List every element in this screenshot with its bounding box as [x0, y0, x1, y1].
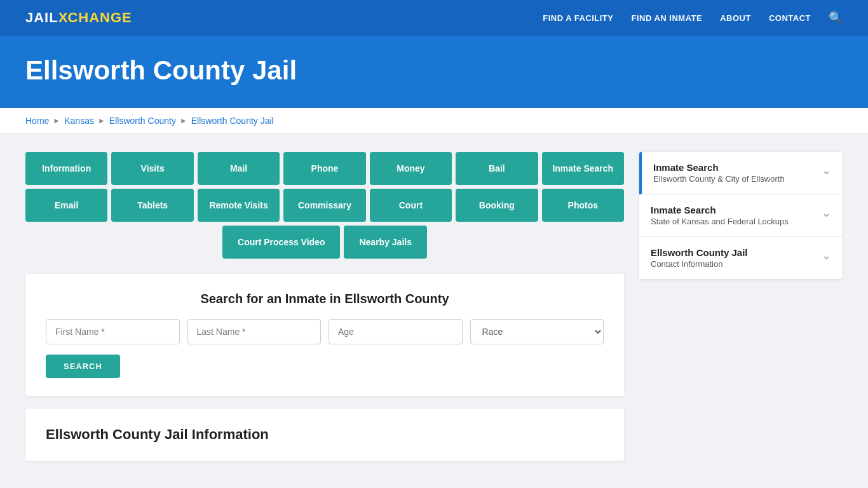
navbar-links: FIND A FACILITY FIND AN INMATE ABOUT CON… [543, 11, 843, 25]
search-icon[interactable]: 🔍 [829, 11, 843, 25]
tab-visits[interactable]: Visits [111, 152, 193, 185]
breadcrumb-sep-2: ► [98, 116, 105, 125]
first-name-input[interactable] [46, 319, 180, 344]
tab-inmate-search[interactable]: Inmate Search [542, 152, 624, 185]
navbar: JAIL X CHANGE FIND A FACILITY FIND AN IN… [0, 0, 868, 36]
tab-commissary[interactable]: Commissary [283, 189, 365, 222]
breadcrumb: Home ► Kansas ► Ellsworth County ► Ellsw… [25, 116, 843, 126]
breadcrumb-sep-1: ► [53, 116, 60, 125]
sidebar-title-2: Inmate Search [651, 205, 789, 215]
info-section: Ellsworth County Jail Information [25, 409, 624, 461]
tab-court[interactable]: Court [370, 189, 452, 222]
tab-booking[interactable]: Booking [456, 189, 538, 222]
main-content: Information Visits Mail Phone Money Bail… [0, 134, 868, 478]
sidebar-subtitle-3: Contact Information [651, 259, 748, 269]
right-sidebar: Inmate Search Ellsworth County & City of… [639, 152, 843, 461]
chevron-down-icon-1: ⌄ [822, 163, 831, 177]
left-column: Information Visits Mail Phone Money Bail… [25, 152, 624, 461]
sidebar-item-inmate-search-kansas[interactable]: Inmate Search State of Kansas and Federa… [639, 194, 843, 237]
tab-money[interactable]: Money [370, 152, 452, 185]
nav-find-facility[interactable]: FIND A FACILITY [543, 13, 613, 23]
sidebar-subtitle-1: Ellsworth County & City of Ellsworth [653, 174, 785, 184]
chevron-down-icon-2: ⌄ [822, 206, 831, 220]
chevron-down-icon-3: ⌄ [822, 248, 831, 262]
sidebar-item-contact-info[interactable]: Ellsworth County Jail Contact Informatio… [639, 237, 843, 279]
sidebar-title-1: Inmate Search [653, 162, 785, 173]
tab-tablets[interactable]: Tablets [111, 189, 193, 222]
logo-jail-text: JAIL [25, 10, 58, 26]
breadcrumb-ellsworth-jail[interactable]: Ellsworth County Jail [191, 116, 274, 126]
breadcrumb-sep-3: ► [180, 116, 187, 125]
tab-court-process-video[interactable]: Court Process Video [222, 226, 340, 259]
tab-bail[interactable]: Bail [456, 152, 538, 185]
breadcrumb-ellsworth-county[interactable]: Ellsworth County [109, 116, 176, 126]
sidebar-title-3: Ellsworth County Jail [651, 247, 748, 258]
logo-x-text: X [58, 10, 68, 26]
logo[interactable]: JAIL X CHANGE [25, 10, 132, 26]
race-select[interactable]: Race White Black Hispanic Asian Other [470, 319, 604, 344]
tab-remote-visits[interactable]: Remote Visits [198, 189, 280, 222]
sidebar-item-inmate-search-ellsworth[interactable]: Inmate Search Ellsworth County & City of… [639, 152, 843, 194]
tabs-row-1: Information Visits Mail Phone Money Bail… [25, 152, 624, 185]
last-name-input[interactable] [187, 319, 322, 344]
nav-find-inmate[interactable]: FIND AN INMATE [631, 13, 702, 23]
breadcrumb-home[interactable]: Home [25, 116, 49, 126]
tabs-row-2: Email Tablets Remote Visits Commissary C… [25, 189, 624, 222]
nav-contact[interactable]: CONTACT [769, 13, 811, 23]
nav-about[interactable]: ABOUT [720, 13, 751, 23]
tab-mail[interactable]: Mail [198, 152, 280, 185]
tab-nearby-jails[interactable]: Nearby Jails [344, 226, 427, 259]
sidebar-subtitle-2: State of Kansas and Federal Lockups [651, 217, 789, 226]
tab-phone[interactable]: Phone [283, 152, 365, 185]
tab-information[interactable]: Information [25, 152, 107, 185]
search-title: Search for an Inmate in Ellsworth County [46, 292, 604, 306]
tabs-row-3: Court Process Video Nearby Jails [25, 226, 624, 259]
logo-exchange-text: CHANGE [67, 10, 132, 26]
age-input[interactable] [329, 319, 463, 344]
search-fields: Race White Black Hispanic Asian Other [46, 319, 604, 344]
tab-photos[interactable]: Photos [542, 189, 624, 222]
sidebar-card: Inmate Search Ellsworth County & City of… [639, 152, 843, 279]
tab-email[interactable]: Email [25, 189, 107, 222]
breadcrumb-bar: Home ► Kansas ► Ellsworth County ► Ellsw… [0, 108, 868, 134]
hero-section: Ellsworth County Jail [0, 36, 868, 108]
page-title: Ellsworth County Jail [25, 56, 843, 85]
search-section: Search for an Inmate in Ellsworth County… [25, 274, 624, 396]
info-title: Ellsworth County Jail Information [46, 426, 604, 443]
breadcrumb-kansas[interactable]: Kansas [64, 116, 94, 126]
search-button[interactable]: SEARCH [46, 355, 120, 378]
